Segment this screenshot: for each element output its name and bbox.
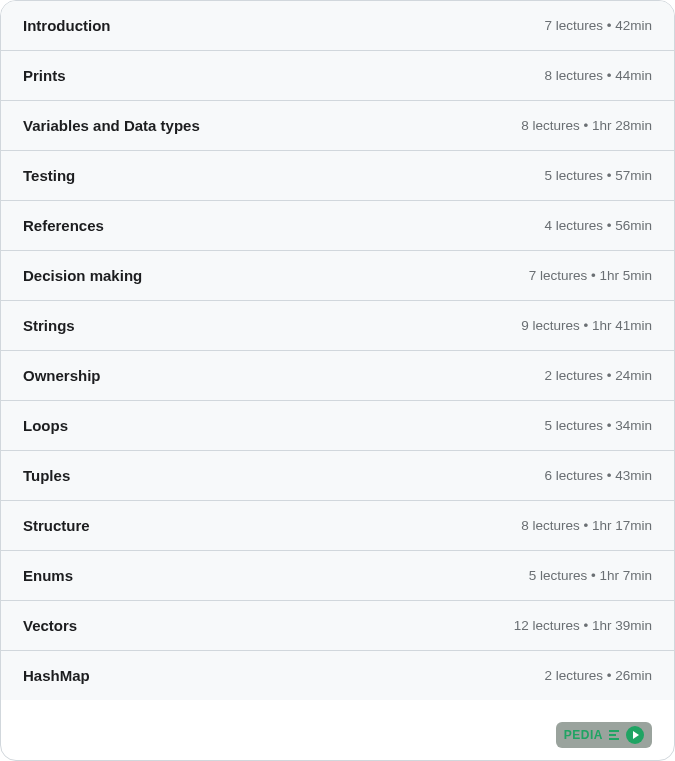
section-meta: 8 lectures • 44min xyxy=(544,68,652,83)
section-row[interactable]: Vectors12 lectures • 1hr 39min xyxy=(1,601,674,651)
section-title: Introduction xyxy=(23,17,110,34)
section-row[interactable]: Structure8 lectures • 1hr 17min xyxy=(1,501,674,551)
section-row[interactable]: Variables and Data types8 lectures • 1hr… xyxy=(1,101,674,151)
section-title: Vectors xyxy=(23,617,77,634)
section-title: References xyxy=(23,217,104,234)
section-row[interactable]: Strings9 lectures • 1hr 41min xyxy=(1,301,674,351)
section-title: Prints xyxy=(23,67,66,84)
badge-lines-icon xyxy=(609,730,619,740)
section-meta: 7 lectures • 1hr 5min xyxy=(529,268,652,283)
section-row[interactable]: Testing5 lectures • 57min xyxy=(1,151,674,201)
section-meta: 9 lectures • 1hr 41min xyxy=(521,318,652,333)
section-meta: 7 lectures • 42min xyxy=(544,18,652,33)
section-title: Enums xyxy=(23,567,73,584)
section-meta: 5 lectures • 1hr 7min xyxy=(529,568,652,583)
section-row[interactable]: Loops5 lectures • 34min xyxy=(1,401,674,451)
watermark-badge: PEDIA xyxy=(556,722,652,748)
section-title: Variables and Data types xyxy=(23,117,200,134)
play-icon xyxy=(626,726,644,744)
section-row[interactable]: Prints8 lectures • 44min xyxy=(1,51,674,101)
section-title: Structure xyxy=(23,517,90,534)
section-title: HashMap xyxy=(23,667,90,684)
section-title: Ownership xyxy=(23,367,101,384)
section-meta: 2 lectures • 26min xyxy=(544,668,652,683)
section-row[interactable]: References4 lectures • 56min xyxy=(1,201,674,251)
section-meta: 4 lectures • 56min xyxy=(544,218,652,233)
section-meta: 5 lectures • 57min xyxy=(544,168,652,183)
section-row[interactable]: Tuples6 lectures • 43min xyxy=(1,451,674,501)
section-row[interactable]: HashMap2 lectures • 26min xyxy=(1,651,674,700)
section-row[interactable]: Decision making7 lectures • 1hr 5min xyxy=(1,251,674,301)
badge-text: PEDIA xyxy=(564,728,603,742)
section-row[interactable]: Ownership2 lectures • 24min xyxy=(1,351,674,401)
section-title: Loops xyxy=(23,417,68,434)
section-title: Tuples xyxy=(23,467,70,484)
section-meta: 2 lectures • 24min xyxy=(544,368,652,383)
section-meta: 8 lectures • 1hr 28min xyxy=(521,118,652,133)
section-title: Testing xyxy=(23,167,75,184)
course-sections-panel: Introduction7 lectures • 42minPrints8 le… xyxy=(0,0,675,761)
section-meta: 8 lectures • 1hr 17min xyxy=(521,518,652,533)
section-meta: 5 lectures • 34min xyxy=(544,418,652,433)
section-meta: 12 lectures • 1hr 39min xyxy=(514,618,652,633)
section-row[interactable]: Introduction7 lectures • 42min xyxy=(1,1,674,51)
sections-list: Introduction7 lectures • 42minPrints8 le… xyxy=(1,1,674,700)
section-row[interactable]: Enums5 lectures • 1hr 7min xyxy=(1,551,674,601)
section-title: Decision making xyxy=(23,267,142,284)
section-title: Strings xyxy=(23,317,75,334)
section-meta: 6 lectures • 43min xyxy=(544,468,652,483)
